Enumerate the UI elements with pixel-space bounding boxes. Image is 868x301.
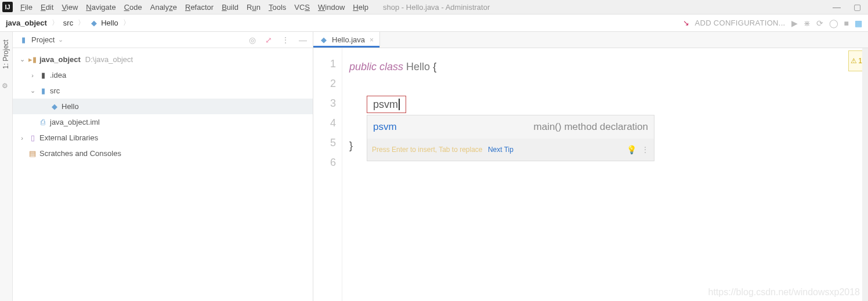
src-folder-icon: ▮	[38, 86, 48, 96]
tree-label: Hello	[62, 102, 79, 111]
tree-label: .idea	[50, 71, 66, 79]
editor-body[interactable]: 1 2 3 4 5 6 public class Hello { } psvm	[313, 48, 868, 301]
project-panel-header: ▮ Project ⌄ ◎ ⤢ ⋮ —	[13, 32, 313, 48]
iml-file-icon: ⎙	[38, 118, 48, 127]
options-icon[interactable]: ⋮	[641, 140, 649, 159]
text-caret	[399, 99, 400, 110]
tree-row-idea[interactable]: › ▮ .idea	[13, 67, 313, 83]
line-number: 1	[313, 54, 336, 74]
folder-icon: ▸▮	[28, 55, 37, 64]
menu-tools[interactable]: Tools	[265, 2, 290, 13]
chevron-right-icon[interactable]: ›	[29, 72, 36, 79]
layout-icon[interactable]: ▦	[855, 19, 862, 28]
breadcrumb-sep-icon: 〉	[52, 18, 59, 28]
project-panel-title[interactable]: Project	[31, 35, 55, 44]
completion-hint: Press Enter to insert, Tab to replace	[372, 146, 483, 154]
tree-row-src[interactable]: ⌄ ▮ src	[13, 83, 313, 99]
warning-count: 1	[858, 51, 862, 71]
left-tool-strip: 1: Project ⚙	[0, 32, 13, 301]
tree-row-scratch[interactable]: · ▤ Scratches and Consoles	[13, 146, 313, 161]
line-number-gutter: 1 2 3 4 5 6	[313, 48, 342, 301]
class-file-icon: ◆	[319, 35, 328, 45]
window-title: shop - Hello.java - Administrator	[383, 3, 490, 12]
run-icon[interactable]: ▶	[791, 19, 798, 28]
breadcrumb-sep-icon: 〉	[123, 18, 130, 28]
coverage-icon[interactable]: ⟳	[816, 19, 823, 28]
tab-label: Hello.java	[332, 35, 365, 44]
editor-scrollbar[interactable]	[862, 48, 868, 301]
tree-label: Scratches and Consoles	[39, 149, 121, 158]
folder-icon: ▮	[38, 71, 48, 80]
structure-toolwindow-icon[interactable]: ⚙	[2, 82, 8, 90]
completion-next-tip[interactable]: Next Tip	[488, 146, 513, 154]
code-area[interactable]: public class Hello { } psvm psvm main() …	[342, 48, 868, 301]
breadcrumb-class[interactable]: Hello	[101, 19, 118, 27]
class-file-icon: ◆	[89, 19, 99, 28]
tree-path: D:\java_object	[85, 55, 133, 64]
tree-label: java_object	[39, 55, 81, 64]
typed-text: psvm	[373, 95, 398, 114]
breadcrumb-sep-icon: 〉	[78, 18, 85, 28]
editor-tabbar: ◆ Hello.java ×	[313, 32, 868, 48]
lightbulb-icon[interactable]: 💡	[627, 140, 636, 159]
menu-file[interactable]: FFileile	[16, 2, 37, 13]
menu-code[interactable]: Code	[120, 2, 146, 13]
main-area: 1: Project ⚙ ▮ Project ⌄ ◎ ⤢ ⋮ — ⌄ ▸▮ ja…	[0, 32, 868, 301]
stop-icon[interactable]: ■	[844, 19, 849, 28]
editor-tab-hello[interactable]: ◆ Hello.java ×	[313, 31, 380, 48]
navbar: java_object 〉 src 〉 ◆ Hello 〉 ↘ ADD CONF…	[0, 14, 868, 32]
menu-help[interactable]: Help	[349, 2, 372, 13]
live-template-input[interactable]: psvm	[367, 96, 406, 113]
tree-row-root[interactable]: ⌄ ▸▮ java_object D:\java_object	[13, 52, 313, 67]
close-tab-icon[interactable]: ×	[370, 36, 374, 44]
tree-row-iml[interactable]: ⎙ java_object.iml	[13, 114, 313, 130]
window-maximize-icon[interactable]: ▢	[853, 2, 861, 12]
completion-popup[interactable]: psvm main() method declaration Press Ent…	[367, 115, 654, 161]
completion-match: psvm	[373, 117, 397, 137]
menubar: IJ FFileile Edit View Navigate Code Anal…	[0, 0, 868, 14]
chevron-down-icon[interactable]: ⌄	[19, 56, 26, 63]
menu-run[interactable]: Run	[243, 2, 265, 13]
menu-build[interactable]: Build	[218, 2, 243, 13]
chevron-right-icon[interactable]: ›	[19, 135, 26, 142]
expand-icon[interactable]: ⤢	[265, 35, 272, 45]
menu-window[interactable]: Window	[314, 2, 349, 13]
line-number: 6	[313, 153, 336, 172]
add-configuration-button[interactable]: ADD CONFIGURATION...	[695, 19, 786, 27]
completion-item[interactable]: psvm main() method declaration	[367, 115, 654, 139]
project-toolwindow-button[interactable]: 1: Project	[2, 39, 10, 69]
editor-area: ◆ Hello.java × 1 2 3 4 5 6 public class …	[313, 32, 868, 301]
tree-row-extlib[interactable]: › ▯ External Libraries	[13, 130, 313, 146]
app-logo-icon: IJ	[2, 2, 13, 12]
tree-row-hello[interactable]: ◆ Hello	[13, 99, 313, 114]
library-icon: ▯	[28, 133, 37, 143]
watermark-text: https://blog.csdn.net/windowsxp2018	[708, 287, 860, 298]
menu-view[interactable]: View	[57, 2, 82, 13]
project-tree: ⌄ ▸▮ java_object D:\java_object › ▮ .ide…	[13, 48, 313, 165]
code-line-2	[349, 77, 868, 96]
debug-icon[interactable]: ⋇	[804, 19, 811, 28]
menu-vcs[interactable]: VCS	[290, 2, 314, 13]
menu-navigate[interactable]: Navigate	[82, 2, 120, 13]
tree-label: src	[50, 86, 60, 95]
locate-icon[interactable]: ◎	[249, 35, 256, 45]
breadcrumb-root[interactable]: java_object	[6, 19, 47, 27]
breadcrumb-src[interactable]: src	[63, 19, 73, 27]
tree-label: java_object.iml	[50, 118, 100, 126]
select-run-icon[interactable]: ↘	[683, 19, 689, 27]
menu-refactor[interactable]: Refactor	[181, 2, 218, 13]
code-line-1: public class Hello {	[349, 57, 868, 77]
completion-hint-row: Press Enter to insert, Tab to replace Ne…	[367, 139, 654, 161]
menu-analyze[interactable]: Analyze	[146, 2, 181, 13]
profile-icon[interactable]: ◯	[829, 19, 838, 28]
window-controls: — ▢	[833, 2, 866, 12]
options-icon[interactable]: ⋮	[281, 35, 290, 45]
project-panel: ▮ Project ⌄ ◎ ⤢ ⋮ — ⌄ ▸▮ java_object D:\…	[13, 32, 313, 301]
chevron-down-icon[interactable]: ⌄	[58, 36, 63, 43]
scratches-icon: ▤	[28, 149, 37, 158]
hide-panel-icon[interactable]: —	[299, 35, 307, 45]
warning-icon: ⚠	[851, 51, 857, 71]
chevron-down-icon[interactable]: ⌄	[29, 87, 36, 95]
menu-edit[interactable]: Edit	[37, 2, 57, 13]
window-minimize-icon[interactable]: —	[833, 2, 841, 12]
